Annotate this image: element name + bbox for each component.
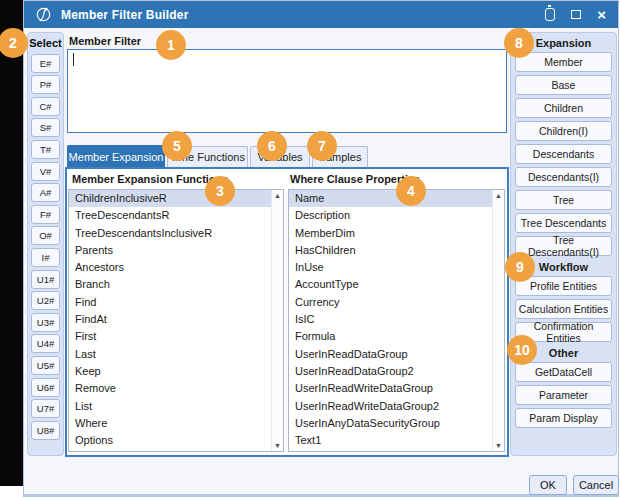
expansion-button-children-i[interactable]: Children(I) [515, 121, 612, 141]
property-item[interactable]: Text1 [289, 432, 492, 449]
text-caret [73, 53, 74, 66]
functions-list: ChildrenInclusiveR TreeDescendantsR Tree… [68, 189, 284, 452]
function-item[interactable]: List [69, 398, 271, 415]
callout-8: 8 [504, 28, 534, 58]
function-item[interactable]: Options [69, 432, 271, 449]
property-item[interactable]: HasChildren [289, 242, 492, 259]
property-item[interactable]: UserInAnyDataSecurityGroup [289, 415, 492, 432]
member-filter-builder-dialog: Member Filter Builder × Select E# P# C# … [23, 0, 619, 497]
property-item[interactable]: Name [289, 190, 492, 207]
callout-7: 7 [307, 131, 337, 161]
expansion-button-descendants[interactable]: Descendants [515, 144, 612, 164]
select-button-s[interactable]: S# [31, 118, 60, 137]
maximize-icon[interactable] [571, 10, 581, 19]
workflow-button-calculation-entities[interactable]: Calculation Entities [515, 299, 612, 319]
member-filter-label: Member Filter [69, 35, 141, 47]
property-item[interactable]: Currency [289, 294, 492, 311]
function-item[interactable]: TreeDescendantsInclusiveR [69, 225, 271, 242]
function-item[interactable]: Find [69, 294, 271, 311]
select-button-c[interactable]: C# [31, 97, 60, 116]
callout-9: 9 [505, 252, 535, 282]
properties-scrollbar[interactable]: ▲ ▼ [492, 190, 504, 451]
property-item[interactable]: Formula [289, 328, 492, 345]
pin-icon[interactable] [545, 8, 555, 21]
member-expansion-tab-content: Member Expansion Functions Where Clause … [65, 167, 509, 457]
property-item[interactable]: InUse [289, 259, 492, 276]
function-item[interactable]: TreeDescendantsR [69, 207, 271, 224]
property-item[interactable]: MemberDim [289, 225, 492, 242]
select-button-p[interactable]: P# [31, 75, 60, 94]
function-item[interactable]: Where [69, 415, 271, 432]
workflow-button-profile-entities[interactable]: Profile Entities [515, 276, 612, 296]
other-button-param-display[interactable]: Param Display [515, 408, 612, 428]
select-button-f[interactable]: F# [31, 205, 60, 224]
select-button-u3[interactable]: U3# [31, 313, 60, 332]
expansion-button-tree[interactable]: Tree [515, 190, 612, 210]
scroll-up-icon[interactable]: ▲ [274, 192, 281, 199]
select-button-t[interactable]: T# [31, 140, 60, 159]
select-button-u4[interactable]: U4# [31, 334, 60, 353]
select-button-u6[interactable]: U6# [31, 378, 60, 397]
expansion-button-tree-descendants-i[interactable]: Tree Descendants(I) [515, 236, 612, 256]
callout-1: 1 [156, 30, 186, 60]
expansion-button-descendants-i[interactable]: Descendants(I) [515, 167, 612, 187]
ok-button[interactable]: OK [529, 475, 567, 495]
select-panel-header: Select [29, 37, 61, 49]
select-button-u1[interactable]: U1# [31, 270, 60, 289]
properties-list: Name Description MemberDim HasChildren I… [288, 189, 505, 452]
select-button-o[interactable]: O# [31, 226, 60, 245]
onestream-logo-icon [35, 6, 52, 23]
function-item[interactable]: FindAt [69, 311, 271, 328]
select-button-i[interactable]: I# [31, 248, 60, 267]
select-button-u2[interactable]: U2# [31, 291, 60, 310]
desktop-background [0, 0, 23, 486]
select-panel: Select E# P# C# S# T# V# A# F# O# I# U1#… [27, 32, 64, 456]
select-button-v[interactable]: V# [31, 162, 60, 181]
close-icon[interactable]: × [597, 8, 606, 21]
screenshot-stage: Member Filter Builder × Select E# P# C# … [0, 0, 620, 499]
select-button-u8[interactable]: U8# [31, 421, 60, 440]
scroll-up-icon[interactable]: ▲ [495, 192, 502, 199]
select-button-e[interactable]: E# [31, 54, 60, 73]
callout-4: 4 [396, 176, 426, 206]
functions-scrollbar[interactable]: ▲ ▼ [271, 190, 283, 451]
callout-10: 10 [507, 335, 537, 365]
tab-member-expansion[interactable]: Member Expansion [67, 145, 165, 167]
function-item[interactable]: ChildrenInclusiveR [69, 190, 271, 207]
property-item[interactable]: Description [289, 207, 492, 224]
function-item[interactable]: First [69, 328, 271, 345]
callout-5: 5 [162, 131, 192, 161]
property-item[interactable]: AccountType [289, 276, 492, 293]
function-item[interactable]: Remove [69, 380, 271, 397]
function-item[interactable]: Ancestors [69, 259, 271, 276]
property-item[interactable]: IsIC [289, 311, 492, 328]
title-bar[interactable]: Member Filter Builder × [24, 1, 618, 28]
expansion-button-base[interactable]: Base [515, 75, 612, 95]
property-item[interactable]: UserInReadWriteDataGroup [289, 380, 492, 397]
expansion-button-children[interactable]: Children [515, 98, 612, 118]
scroll-down-icon[interactable]: ▼ [495, 442, 502, 449]
select-button-u7[interactable]: U7# [31, 399, 60, 418]
callout-6: 6 [257, 131, 287, 161]
select-button-u5[interactable]: U5# [31, 356, 60, 375]
scroll-down-icon[interactable]: ▼ [274, 442, 281, 449]
cancel-button[interactable]: Cancel [573, 475, 619, 495]
function-item[interactable]: Keep [69, 363, 271, 380]
function-item[interactable]: Parents [69, 242, 271, 259]
function-item[interactable]: Last [69, 346, 271, 363]
other-button-parameter[interactable]: Parameter [515, 385, 612, 405]
expansion-button-tree-descendants[interactable]: Tree Descendants [515, 213, 612, 233]
functions-list-header: Member Expansion Functions [72, 173, 228, 185]
other-button-getdatacell[interactable]: GetDataCell [515, 362, 612, 382]
property-item[interactable]: UserInReadDataGroup [289, 346, 492, 363]
select-button-a[interactable]: A# [31, 183, 60, 202]
property-item[interactable]: UserInReadDataGroup2 [289, 363, 492, 380]
function-item[interactable]: Branch [69, 276, 271, 293]
member-filter-input[interactable] [67, 49, 507, 133]
property-item[interactable]: UserInReadWriteDataGroup2 [289, 398, 492, 415]
quick-insert-panel: Expansion Member Base Children Children(… [510, 32, 617, 456]
expansion-button-member[interactable]: Member [515, 52, 612, 72]
window-title: Member Filter Builder [61, 8, 189, 22]
callout-3: 3 [205, 176, 235, 206]
